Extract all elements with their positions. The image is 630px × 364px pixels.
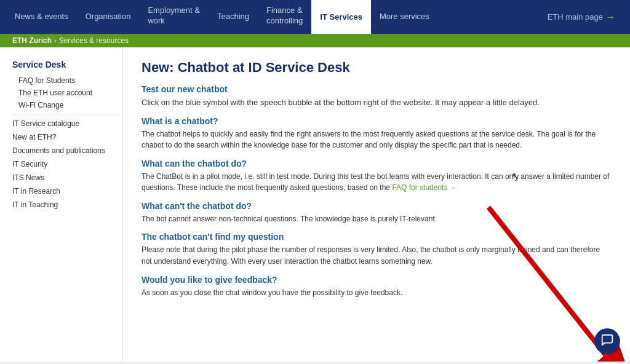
nav-eth-main[interactable]: ETH main page → [539, 0, 624, 34]
section-cant-find-heading: The chatbot can't find my question [142, 232, 612, 242]
sidebar: Service Desk FAQ for Students The ETH us… [0, 47, 123, 362]
nav-organisation[interactable]: Organisation [77, 0, 140, 34]
sidebar-item-its-news[interactable]: ITS News [12, 171, 122, 184]
sidebar-divider [12, 114, 122, 114]
breadcrumb-current: Services & resources [59, 36, 129, 45]
faq-arrow-icon: → [450, 184, 457, 191]
breadcrumb: ETH Zurich › Services & resources [0, 34, 630, 47]
test-chatbot-text: Click on the blue symbol with the speech… [142, 97, 612, 109]
breadcrumb-root[interactable]: ETH Zurich [12, 36, 52, 45]
section-feedback-heading: Would you like to give feedback? [142, 275, 612, 285]
section-cant-find-text: Please note that during the pilot phase … [142, 244, 612, 267]
top-nav: News & events Organisation Employment & … [0, 0, 630, 34]
main-container: Service Desk FAQ for Students The ETH us… [0, 47, 630, 362]
section-what-cant-heading: What can't the chatbot do? [142, 201, 612, 211]
sidebar-item-it-in-research[interactable]: IT in Research [12, 184, 122, 198]
sidebar-item-documents-publications[interactable]: Documents and publications [12, 144, 122, 157]
section-what-is-text: The chatbot helps to quickly and easily … [142, 129, 612, 151]
eth-main-arrow-icon: → [605, 12, 615, 23]
page-title: New: Chatbot at ID Service Desk [142, 60, 612, 76]
section-what-can-heading: What can the chatbot do? [142, 159, 612, 168]
chat-icon [600, 333, 614, 350]
nav-news-events[interactable]: News & events [6, 0, 77, 34]
test-chatbot-heading: Test our new chatbot [142, 84, 612, 94]
sidebar-item-eth-user-account[interactable]: The ETH user account [12, 87, 122, 99]
sidebar-item-it-in-teaching[interactable]: IT in Teaching [12, 198, 122, 212]
sidebar-item-faq-students[interactable]: FAQ for Students [12, 74, 122, 87]
chat-button[interactable] [594, 328, 620, 354]
sidebar-item-new-at-eth[interactable]: New at ETH? [12, 130, 122, 144]
faq-students-link[interactable]: FAQ for students [392, 183, 447, 192]
nav-finance-controlling[interactable]: Finance & controlling [258, 0, 311, 34]
section-feedback-text: As soon as you close the chat window you… [142, 287, 612, 299]
sidebar-item-wifi-change[interactable]: Wi-Fi Change [12, 99, 122, 111]
sidebar-item-it-security[interactable]: IT Security [12, 157, 122, 171]
nav-teaching[interactable]: Teaching [209, 0, 258, 34]
main-content: New: Chatbot at ID Service Desk Test our… [123, 47, 630, 362]
section-what-is-heading: What is a chatbot? [142, 116, 612, 126]
breadcrumb-separator: › [54, 37, 57, 44]
nav-employment-work[interactable]: Employment & work [139, 0, 209, 34]
section-what-can-text: The ChatBot is in a pilot mode, i.e. sti… [142, 171, 612, 194]
sidebar-item-it-service-catalogue[interactable]: IT Service catalogue [12, 117, 122, 130]
sidebar-title[interactable]: Service Desk [12, 60, 122, 69]
nav-it-services[interactable]: IT Services [311, 0, 371, 34]
section-what-cant-text: The bot cannot answer non-technical ques… [142, 213, 612, 225]
nav-more-services[interactable]: More services [371, 0, 438, 34]
